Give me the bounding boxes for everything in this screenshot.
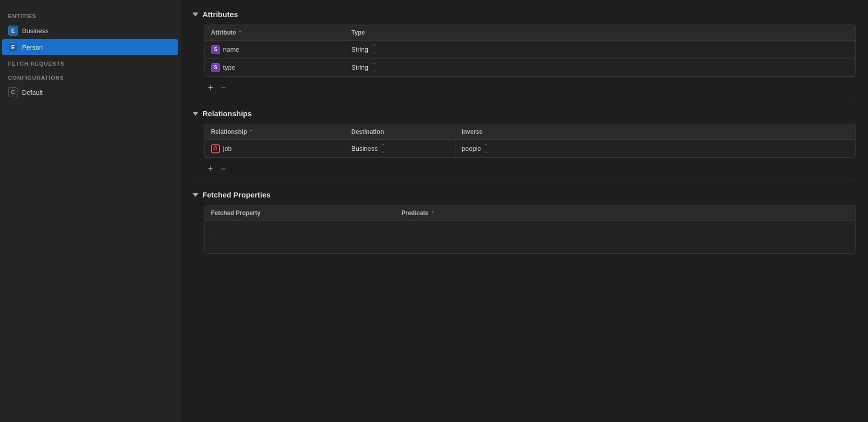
predicate-cell <box>395 242 855 249</box>
person-badge: E <box>8 42 18 52</box>
type-stepper[interactable]: ⌃ ⌄ <box>372 62 376 73</box>
attributes-title: Attributes <box>202 10 238 19</box>
attribute-cell: S type <box>205 60 345 76</box>
main-content: Attributes Attribute ⌃ Type S name Strin… <box>180 0 868 422</box>
inverse-cell: people ⌃ ⌄ <box>456 140 855 157</box>
attributes-toolbar: + − <box>180 77 868 99</box>
table-row[interactable]: O job Business ⌃ ⌄ people ⌃ ⌄ <box>205 140 855 157</box>
sidebar-item-label: Business <box>22 27 49 35</box>
attribute-col-header: Attribute ⌃ <box>205 25 345 40</box>
attributes-collapse-icon[interactable] <box>192 13 198 17</box>
sidebar-item-label: Default <box>22 89 43 96</box>
fetched-properties-header-row: Fetched Property Predicate ⌃ <box>205 205 855 221</box>
obj-badge: O <box>211 144 220 153</box>
add-attribute-button[interactable]: + <box>204 82 216 94</box>
predicate-cell <box>395 226 855 233</box>
remove-relationship-button[interactable]: − <box>218 163 230 175</box>
fetched-prop-cell <box>205 226 395 233</box>
predicate-col-header: Predicate ⌃ <box>395 205 855 221</box>
attribute-cell: S name <box>205 42 345 58</box>
relationships-toolbar: + − <box>180 158 868 180</box>
fetched-properties-table: Fetched Property Predicate ⌃ <box>204 205 856 254</box>
destination-col-header: Destination <box>345 124 456 139</box>
string-badge: S <box>211 45 220 54</box>
type-cell: String ⌃ ⌄ <box>345 59 855 76</box>
sidebar: ENTITIES E Business E Person FETCH REQUE… <box>0 0 180 422</box>
attributes-section-header: Attributes <box>180 0 868 25</box>
table-row[interactable]: S name String ⌃ ⌄ <box>205 41 855 59</box>
relationships-collapse-icon[interactable] <box>192 112 198 116</box>
type-cell: String ⌃ ⌄ <box>345 41 855 58</box>
relationships-section-header: Relationships <box>180 99 868 124</box>
predicate-sort-icon[interactable]: ⌃ <box>430 210 435 216</box>
sidebar-section-fetch-requests: FETCH REQUESTS <box>0 56 180 70</box>
add-relationship-button[interactable]: + <box>204 163 216 175</box>
inverse-col-header: Inverse <box>456 124 855 139</box>
type-col-header: Type <box>345 25 855 40</box>
fetched-properties-title: Fetched Properties <box>202 190 271 199</box>
string-badge: S <box>211 63 220 72</box>
relationships-header-row: Relationship ⌃ Destination Inverse <box>205 124 855 140</box>
attribute-sort-icon[interactable]: ⌃ <box>238 30 242 36</box>
default-badge: C <box>8 87 18 97</box>
fetched-properties-collapse-icon[interactable] <box>192 193 198 197</box>
table-row[interactable]: S type String ⌃ ⌄ <box>205 59 855 76</box>
relationships-table: Relationship ⌃ Destination Inverse O job… <box>204 124 856 158</box>
sidebar-section-entities: ENTITIES E Business E Person <box>0 8 180 56</box>
relationship-sort-icon[interactable]: ⌃ <box>249 129 253 135</box>
attributes-table: Attribute ⌃ Type S name String ⌃ ⌄ <box>204 25 856 77</box>
sidebar-item-business[interactable]: E Business <box>2 23 178 39</box>
inverse-stepper[interactable]: ⌃ ⌄ <box>484 143 488 154</box>
relationships-title: Relationships <box>202 109 252 118</box>
entities-label: ENTITIES <box>0 8 180 22</box>
attributes-header-row: Attribute ⌃ Type <box>205 25 855 41</box>
relationship-cell: O job <box>205 141 345 157</box>
destination-stepper[interactable]: ⌃ ⌄ <box>381 143 385 154</box>
table-row <box>205 237 855 253</box>
remove-attribute-button[interactable]: − <box>218 82 230 94</box>
sidebar-item-default[interactable]: C Default <box>2 84 178 100</box>
fetch-requests-label: FETCH REQUESTS <box>0 56 180 70</box>
fetched-prop-cell <box>205 242 395 249</box>
relationship-col-header: Relationship ⌃ <box>205 124 345 139</box>
fetched-prop-col-header: Fetched Property <box>205 205 395 221</box>
sidebar-section-configurations: CONFIGURATIONS C Default <box>0 70 180 101</box>
destination-cell: Business ⌃ ⌄ <box>345 140 456 157</box>
business-badge: E <box>8 26 18 36</box>
table-row <box>205 221 855 237</box>
fetched-properties-section-header: Fetched Properties <box>180 180 868 205</box>
sidebar-item-label: Person <box>22 44 43 51</box>
configurations-label: CONFIGURATIONS <box>0 70 180 84</box>
sidebar-item-person[interactable]: E Person <box>2 39 178 55</box>
type-stepper[interactable]: ⌃ ⌄ <box>372 44 376 55</box>
